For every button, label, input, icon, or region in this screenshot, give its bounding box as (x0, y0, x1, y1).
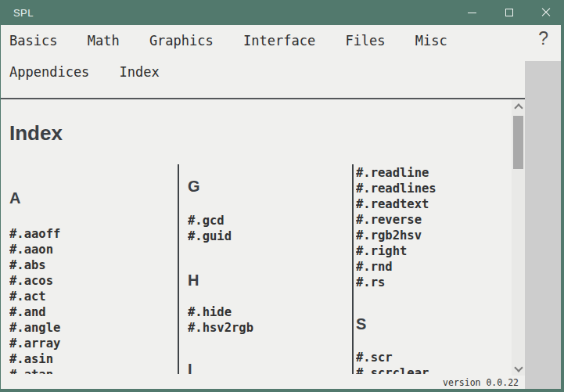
section-letter-s: S (356, 315, 508, 333)
index-entry[interactable]: #.scrclear (356, 365, 508, 374)
minimize-button[interactable] (454, 0, 490, 25)
index-entry[interactable]: #.rs (356, 275, 508, 290)
menu-item-files[interactable]: Files (345, 32, 385, 49)
column-divider-2 (352, 164, 354, 374)
outer-scrollbar[interactable] (525, 61, 561, 389)
index-column-2: G #.gcd #.guid H #.hide #.hsv2rgb I (188, 164, 344, 374)
index-entry[interactable]: #.right (356, 243, 508, 259)
index-entry[interactable]: #.gcd (188, 213, 344, 228)
close-button[interactable] (527, 0, 564, 25)
index-columns: A #.aaoff #.aaon #.abs #.acos #.act #.an… (1, 164, 512, 374)
index-entry[interactable]: #.asin (9, 351, 170, 367)
index-entry[interactable]: #.array (9, 336, 170, 351)
index-entry[interactable]: #.hide (188, 304, 344, 320)
menu-item-graphics[interactable]: Graphics (149, 32, 214, 49)
index-entry[interactable]: #.aaoff (9, 226, 170, 242)
minimize-icon (468, 13, 476, 13)
index-entry[interactable]: #.readtext (356, 196, 508, 212)
menu-item-appendices[interactable]: Appendices (9, 63, 89, 81)
help-button[interactable]: ? (538, 28, 548, 49)
index-entry[interactable]: #.abs (9, 257, 170, 273)
chevron-down-icon (514, 363, 523, 372)
section-s-entries: #.scr #.scrclear (356, 350, 508, 374)
index-entry[interactable]: #.readline (356, 165, 508, 181)
window-title: SPL (13, 0, 34, 25)
window-titlebar[interactable]: SPL (0, 0, 564, 25)
scroll-up-button[interactable] (512, 99, 525, 113)
index-entry[interactable]: #.readlines (356, 181, 508, 196)
menu-item-basics[interactable]: Basics (9, 32, 57, 49)
menu-item-index[interactable]: Index (120, 63, 160, 81)
version-label: version 0.0.22 (443, 377, 519, 388)
index-content-view: Index A #.aaoff #.aaon #.abs #.acos #.ac… (1, 99, 512, 376)
index-entry[interactable]: #.act (9, 289, 170, 304)
section-letter-g: G (188, 178, 344, 196)
index-entry[interactable]: #.reverse (356, 212, 508, 228)
section-letter-h: H (188, 272, 344, 290)
index-entry[interactable]: #.guid (188, 228, 344, 244)
index-entry[interactable]: #.hsv2rgb (188, 320, 344, 336)
chevron-up-icon (514, 103, 523, 112)
index-column-1: A #.aaoff #.aaon #.abs #.acos #.act #.an… (9, 164, 170, 374)
scrollbar-thumb[interactable] (513, 116, 523, 169)
close-icon (541, 7, 551, 18)
menu-item-math[interactable]: Math (88, 32, 120, 49)
inner-scrollbar[interactable] (512, 99, 525, 376)
index-column-3: #.readline #.readlines #.readtext #.reve… (356, 164, 508, 374)
index-entry[interactable]: #.rnd (356, 259, 508, 275)
menubar-row-1: Basics Math Graphics Interface Files Mis… (9, 32, 469, 49)
window-controls (454, 0, 564, 25)
menu-item-interface[interactable]: Interface (243, 32, 315, 49)
index-entry[interactable]: #.acos (9, 273, 170, 289)
window-body: Basics Math Graphics Interface Files Mis… (1, 25, 561, 389)
index-entry[interactable]: #.scr (356, 350, 508, 365)
menu-item-misc[interactable]: Misc (415, 32, 447, 49)
app-window: SPL Basics Math Graphics Interface Files… (0, 0, 564, 392)
index-entry[interactable]: #.rgb2hsv (356, 228, 508, 243)
status-bar: version 0.0.22 (1, 376, 525, 389)
index-entry[interactable]: #.aaon (9, 242, 170, 257)
section-g-entries: #.gcd #.guid (188, 213, 344, 244)
maximize-icon (505, 9, 513, 16)
section-a-entries: #.aaoff #.aaon #.abs #.acos #.act #.and … (9, 226, 170, 374)
maximize-button[interactable] (490, 0, 527, 25)
index-entry[interactable]: #.atan (9, 367, 170, 374)
column-divider-1 (178, 164, 179, 374)
section-letter-i: I (188, 361, 344, 374)
scroll-down-button[interactable] (512, 362, 525, 376)
section-letter-a: A (9, 189, 170, 207)
section-r-entries: #.readline #.readlines #.readtext #.reve… (356, 165, 508, 290)
index-entry[interactable]: #.and (9, 304, 170, 320)
page-title: Index (9, 121, 63, 146)
menubar-row-2: Appendices Index (9, 63, 181, 81)
index-entry[interactable]: #.angle (9, 320, 170, 336)
section-h-entries: #.hide #.hsv2rgb (188, 304, 344, 336)
